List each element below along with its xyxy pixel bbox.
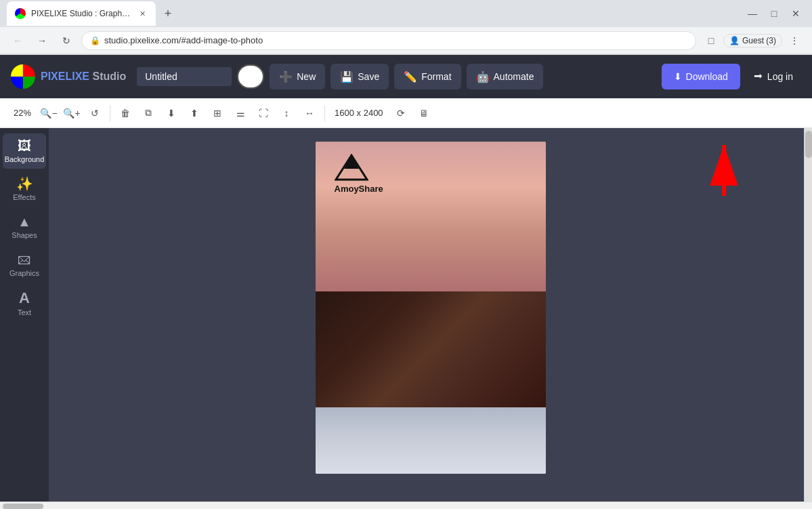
top-toolbar: PIXELIXE Studio ➕ New 💾 Save ✏️ Format 🤖… (0, 55, 812, 98)
canvas-logo-overlay: AmoyShare (335, 154, 383, 194)
save-button[interactable]: 💾 Save (330, 64, 389, 89)
canvas-image[interactable]: AmoyShare (316, 142, 546, 474)
url-bar[interactable]: 🔒 studio.pixelixe.com/#add-image-to-phot… (81, 31, 696, 50)
minimize-window-button[interactable]: — (743, 4, 762, 23)
red-arrow-svg (683, 135, 738, 203)
active-tab[interactable]: PIXELIXE Studio : Graphic Crea... ✕ (7, 1, 156, 26)
canvas-wrapper: AmoyShare (316, 142, 546, 474)
zoom-out-button[interactable]: 🔍− (38, 102, 60, 124)
move-down-button[interactable]: ⬇ (161, 102, 182, 124)
login-icon: ⮕ (754, 71, 763, 82)
forward-button[interactable]: → (33, 31, 51, 50)
browser-actions: □ 👤 Guest (3) ⋮ (702, 31, 804, 50)
new-button[interactable]: ➕ New (270, 64, 325, 89)
document-title-input[interactable] (137, 67, 232, 86)
desktop-button[interactable]: 🖥 (413, 102, 435, 124)
close-window-button[interactable]: ✕ (786, 4, 805, 23)
url-text: studio.pixelixe.com/#add-image-to-photo (104, 35, 263, 45)
background-icon: 🖼 (18, 139, 31, 152)
save-icon: 💾 (340, 70, 354, 83)
main-area: 🖼 Background ✨ Effects ▲ Shapes 🖂 Graphi… (0, 128, 812, 502)
canvas-logo-text: AmoyShare (335, 184, 383, 194)
profile-label: Guest (3) (742, 36, 776, 45)
automate-icon: 🤖 (476, 70, 490, 83)
automate-button[interactable]: 🤖 Automate (467, 64, 544, 89)
format-icon: ✏️ (404, 70, 417, 83)
logo-area: PIXELIXE Studio (11, 64, 126, 89)
logo-icon (11, 64, 35, 89)
address-bar: ← → ↻ 🔒 studio.pixelixe.com/#add-image-t… (0, 27, 812, 54)
profile-icon: 👤 (729, 36, 740, 45)
red-arrow-indicator (683, 135, 738, 205)
zoom-in-button[interactable]: 🔍+ (61, 102, 83, 124)
graphics-icon: 🖂 (18, 253, 31, 266)
tab-close-button[interactable]: ✕ (137, 8, 148, 19)
duplicate-button[interactable]: ⧉ (137, 102, 159, 124)
extensions-button[interactable]: □ (702, 31, 721, 50)
lock-icon: 🔒 (90, 36, 100, 45)
sidebar-item-effects[interactable]: ✨ Effects (3, 171, 46, 207)
horizontal-scrollbar-thumb[interactable] (3, 504, 43, 509)
back-button[interactable]: ← (8, 31, 27, 50)
crop-button[interactable]: ⛶ (253, 102, 274, 124)
canvas-dimensions: 1600 x 2400 (329, 108, 389, 118)
canvas-area[interactable]: AmoyShare (49, 128, 812, 502)
canvas-rocks (316, 291, 546, 408)
app: PIXELIXE Studio ➕ New 💾 Save ✏️ Format 🤖… (0, 55, 812, 509)
sidebar-item-graphics[interactable]: 🖂 Graphics (3, 247, 46, 283)
horizontal-scrollbar[interactable] (0, 502, 812, 509)
download-button[interactable]: ⬇ Download (662, 64, 740, 89)
left-sidebar: 🖼 Background ✨ Effects ▲ Shapes 🖂 Graphi… (0, 128, 49, 502)
align-button[interactable]: ⚌ (230, 102, 251, 124)
sidebar-item-background[interactable]: 🖼 Background (3, 134, 46, 169)
effects-icon: ✨ (16, 177, 33, 190)
color-swatch[interactable] (237, 64, 264, 89)
delete-button[interactable]: 🗑 (114, 102, 136, 124)
secondary-toolbar: 22% 🔍− 🔍+ ↺ 🗑 ⧉ ⬇ ⬆ ⊞ ⚌ ⛶ ↕ ↔ 1600 x 240… (0, 98, 812, 128)
sidebar-item-text[interactable]: A Text (3, 285, 46, 322)
new-tab-button[interactable]: + (158, 4, 177, 23)
maximize-window-button[interactable]: □ (765, 4, 784, 23)
rotate-button[interactable]: ⟳ (390, 102, 412, 124)
move-up-button[interactable]: ⬆ (184, 102, 205, 124)
grid-button[interactable]: ⊞ (207, 102, 228, 124)
tab-favicon (15, 8, 26, 19)
browser-chrome: PIXELIXE Studio : Graphic Crea... ✕ + — … (0, 0, 812, 55)
download-icon: ⬇ (674, 71, 682, 82)
amoyshare-logo-icon (335, 154, 368, 181)
tab-bar: PIXELIXE Studio : Graphic Crea... ✕ + — … (0, 0, 812, 27)
flip-button[interactable]: ↕ (276, 102, 297, 124)
scrollbar-thumb[interactable] (805, 131, 812, 158)
vertical-scrollbar[interactable] (804, 128, 812, 502)
canvas-water (316, 407, 546, 474)
reload-button[interactable]: ↻ (57, 31, 76, 50)
plus-icon: ➕ (279, 70, 293, 83)
separator (110, 105, 110, 121)
format-button[interactable]: ✏️ Format (394, 64, 461, 89)
sidebar-item-shapes[interactable]: ▲ Shapes (3, 209, 46, 245)
text-icon: A (19, 291, 30, 306)
separator-2 (324, 105, 325, 121)
profile-button[interactable]: 👤 Guest (3) (723, 34, 782, 47)
shapes-icon: ▲ (18, 215, 31, 228)
login-button[interactable]: ⮕ Log in (746, 64, 801, 89)
tab-title: PIXELIXE Studio : Graphic Crea... (31, 9, 131, 18)
resize-button[interactable]: ↔ (299, 102, 320, 124)
logo-text: PIXELIXE Studio (41, 70, 126, 83)
menu-button[interactable]: ⋮ (785, 31, 804, 50)
zoom-level: 22% (8, 108, 37, 118)
undo-button[interactable]: ↺ (84, 102, 106, 124)
